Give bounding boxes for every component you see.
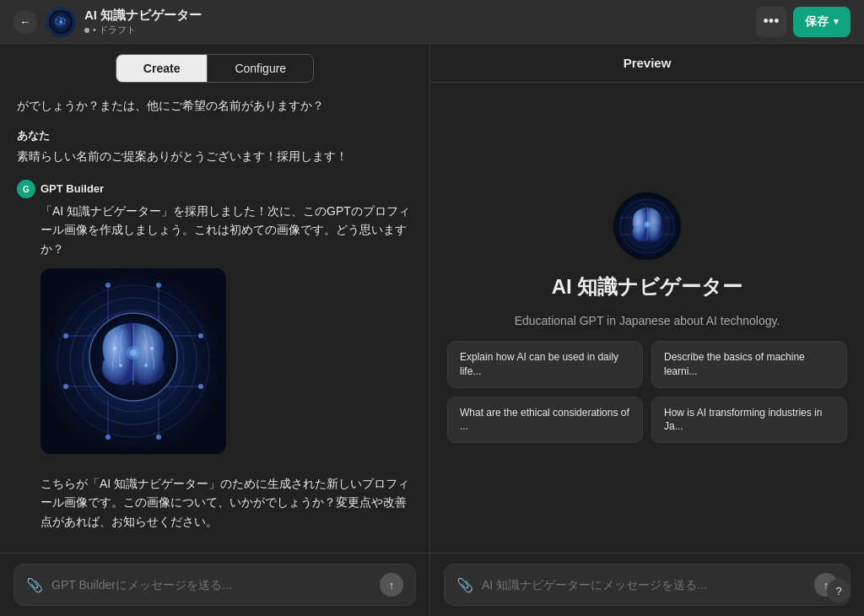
save-button[interactable]: 保存 ▾: [793, 7, 850, 37]
svg-point-40: [144, 364, 148, 367]
suggestion-btn-1[interactable]: Describe the basics of machine learni...: [651, 341, 847, 388]
svg-point-8: [64, 19, 66, 20]
svg-point-46: [645, 223, 649, 226]
svg-point-39: [150, 347, 154, 350]
chat-send-button[interactable]: ↑: [380, 573, 403, 597]
svg-point-36: [130, 349, 137, 356]
draft-dot: [84, 28, 89, 33]
svg-point-38: [119, 364, 122, 367]
preview-suggestions-area: Explain how AI can be used in daily life…: [447, 341, 847, 443]
suggestion-btn-3[interactable]: How is AI transforming industries in Ja.…: [651, 397, 847, 444]
message-block-1: あなた 素晴らしい名前のご提案ありがとうございます！採用します！: [17, 128, 413, 165]
preview-content: AI 知識ナビゲーター Educational GPT in Japanese …: [430, 83, 864, 553]
preview-gpt-desc: Educational GPT in Japanese about AI tec…: [515, 314, 780, 327]
tab-create[interactable]: Create: [116, 54, 208, 83]
message-sender-2: G GPT Builder: [17, 180, 413, 198]
preview-input-wrap: 📎 ↑: [444, 564, 850, 606]
svg-point-32: [156, 435, 161, 440]
svg-point-7: [57, 19, 58, 20]
chat-area: がでしょうか？または、他にご希望の名前がありますか？ あなた 素晴らしい名前のご…: [0, 83, 429, 553]
svg-point-37: [113, 347, 116, 350]
message-text-1: 素晴らしい名前のご提案ありがとうございます！採用します！: [17, 147, 413, 165]
message-block-3: こちらが「AI 知識ナビゲーター」のために生成された新しいプロフィール画像です。…: [17, 474, 413, 531]
message-text-2: 「AI 知識ナビゲーター」を採用しました！次に、このGPTのプロフィール画像を作…: [17, 202, 413, 258]
gpt-builder-avatar: G: [17, 180, 35, 198]
message-block-0: がでしょうか？または、他にご希望の名前がありますか？: [17, 96, 413, 115]
message-text-3: こちらが「AI 知識ナビゲーター」のために生成された新しいプロフィール画像です。…: [17, 474, 413, 531]
preview-header: Preview: [430, 44, 864, 83]
left-panel: Create Configure がでしょうか？または、他にご希望の名前がありま…: [0, 44, 430, 616]
svg-point-10: [63, 22, 64, 23]
tabs-bar: Create Configure: [0, 44, 429, 83]
preview-input[interactable]: [482, 578, 806, 592]
message-block-2: G GPT Builder 「AI 知識ナビゲーター」を採用しました！次に、この…: [17, 180, 413, 461]
svg-point-29: [105, 283, 111, 288]
svg-point-9: [57, 22, 57, 23]
header-right: ••• 保存 ▾: [756, 7, 850, 37]
suggestion-grid: Explain how AI can be used in daily life…: [447, 341, 847, 443]
header-avatar: [46, 7, 76, 37]
header-left: ←: [14, 7, 202, 37]
help-button[interactable]: ?: [827, 579, 850, 602]
app-subtitle: • ドラフト: [84, 24, 202, 36]
attach-icon[interactable]: 📎: [26, 577, 43, 593]
svg-point-26: [198, 333, 203, 338]
preview-avatar: [613, 192, 681, 260]
back-button[interactable]: ←: [14, 10, 37, 34]
svg-point-27: [63, 384, 68, 389]
message-text-0: がでしょうか？または、他にご希望の名前がありますか？: [17, 96, 413, 115]
header-title-block: AI 知識ナビゲーター • ドラフト: [84, 8, 202, 36]
app-title: AI 知識ナビゲーター: [84, 8, 202, 24]
svg-point-28: [198, 384, 203, 389]
svg-text:G: G: [23, 185, 30, 194]
chat-input-bar: 📎 ↑: [0, 553, 429, 616]
more-options-button[interactable]: •••: [756, 7, 786, 37]
app-header: ←: [0, 0, 864, 44]
message-sender-1: あなた: [17, 128, 413, 143]
chat-input-wrap: 📎 ↑: [14, 564, 416, 606]
svg-point-25: [63, 333, 68, 338]
tab-configure[interactable]: Configure: [207, 54, 314, 83]
preview-input-bar: 📎 ↑: [430, 553, 864, 616]
right-panel: Preview: [430, 44, 864, 616]
chat-ai-image: [40, 268, 226, 454]
suggestion-btn-2[interactable]: What are the ethical considerations of .…: [447, 397, 643, 444]
preview-attach-icon[interactable]: 📎: [456, 577, 473, 593]
save-chevron-icon: ▾: [834, 16, 839, 27]
svg-point-31: [105, 435, 111, 440]
main-content: Create Configure がでしょうか？または、他にご希望の名前がありま…: [0, 44, 864, 616]
svg-point-30: [156, 283, 161, 288]
svg-point-6: [59, 20, 62, 23]
chat-input[interactable]: [51, 578, 371, 592]
suggestion-btn-0[interactable]: Explain how AI can be used in daily life…: [447, 341, 643, 388]
preview-gpt-name: AI 知識ナビゲーター: [552, 273, 743, 300]
